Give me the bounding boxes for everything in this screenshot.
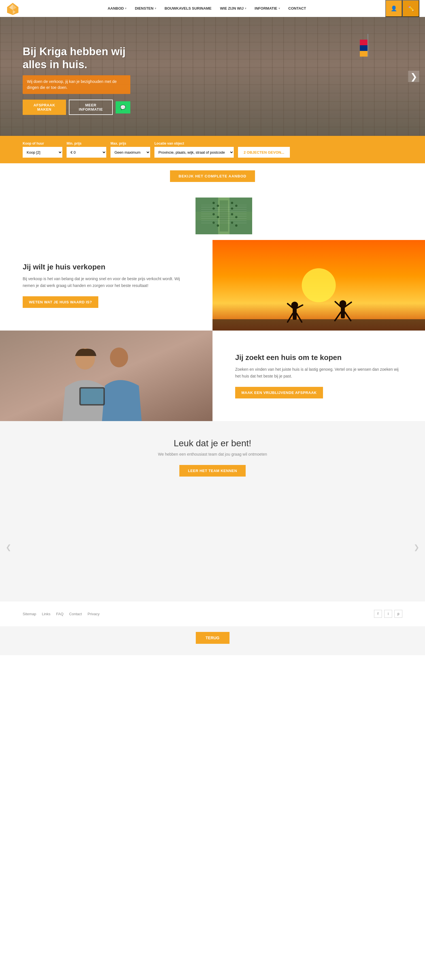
more-info-button[interactable]: MEER INFORMATIE	[69, 100, 113, 115]
chevron-down-icon: ▾	[155, 7, 156, 10]
search-type-select[interactable]: Koop [2]	[23, 147, 62, 158]
buy-text: Zoeken en vinden van het juiste huis is …	[235, 366, 402, 380]
nav-bouwkavels[interactable]: BOUWKAVELS SURINAME	[165, 6, 212, 11]
whatsapp-icon: 💬	[120, 105, 126, 110]
buy-text-col: Jij zoekt een huis om te kopen Zoeken en…	[212, 331, 425, 421]
hero-buttons: AFSPRAAK MAKEN MEER INFORMATIE 💬	[23, 100, 130, 115]
sell-text: Bij verkoop is het van belang dat je won…	[23, 276, 190, 289]
chevron-down-icon: ▾	[278, 7, 280, 10]
search-min-select[interactable]: € 0	[67, 147, 106, 158]
carousel-left-arrow[interactable]: ❮	[6, 543, 11, 551]
search-button[interactable]: 2 OBJECTEN GEVON...	[238, 147, 290, 158]
hero-flag	[360, 40, 368, 57]
footer-link-sitemap[interactable]: Sitemap	[23, 612, 36, 616]
hero-subtitle: Wij doen de verkoop, jij kan je bezighou…	[27, 79, 126, 91]
svg-rect-21	[235, 224, 237, 227]
nav-informatie[interactable]: INFORMATIE ▾	[255, 6, 280, 11]
svg-rect-17	[235, 216, 237, 218]
svg-rect-18	[212, 221, 215, 224]
user-icon: 👤	[391, 5, 397, 11]
flag-stripe-red	[360, 40, 368, 45]
svg-rect-24	[212, 319, 425, 331]
svg-rect-19	[217, 224, 219, 227]
svg-rect-16	[231, 213, 233, 215]
search-type-label: Koop of huur	[23, 142, 62, 145]
search-location-select[interactable]: Provincie, plaats, wijk, straat of postc…	[154, 147, 234, 158]
search-location-field: Locatie van object Provincie, plaats, wi…	[154, 142, 234, 158]
flag-pole	[367, 34, 368, 57]
aerial-image	[195, 197, 252, 234]
header: AANBOD ▾ DIENSTEN ▾ BOUWKAVELS SURINAME …	[0, 0, 425, 17]
team-subtext: We hebben een enthousiast team dat jou g…	[23, 452, 402, 457]
search-type-field: Koop of huur Koop [2]	[23, 142, 62, 158]
svg-point-23	[302, 268, 336, 302]
sell-image-col	[212, 240, 425, 331]
footer-link-links[interactable]: Links	[42, 612, 50, 616]
search-min-label: Min. prijs	[67, 142, 106, 145]
view-all-container: BEKIJK HET COMPLETE AANBOD	[0, 163, 425, 189]
user-button[interactable]: 👤	[385, 0, 402, 17]
nav-diensten[interactable]: DIENSTEN ▾	[135, 6, 156, 11]
flag-stripe-blue	[360, 45, 368, 51]
nav-aanbod[interactable]: AANBOD ▾	[108, 6, 126, 11]
svg-rect-41	[81, 388, 104, 404]
flag-stripe-orange	[360, 51, 368, 57]
hero-next-arrow[interactable]: ❯	[408, 71, 419, 82]
nav-wie-zijn-wij[interactable]: WIE ZIJN WIJ ▾	[220, 6, 246, 11]
social-instagram-icon[interactable]: i	[384, 610, 392, 618]
social-facebook-icon[interactable]: f	[374, 610, 382, 618]
search-bar: Koop of huur Koop [2] Min. prijs € 0 Max…	[0, 136, 425, 163]
main-nav: AANBOD ▾ DIENSTEN ▾ BOUWKAVELS SURINAME …	[28, 6, 385, 11]
logo[interactable]	[6, 2, 28, 16]
sell-section: Jij wilt je huis verkopen Bij verkoop is…	[0, 240, 425, 331]
search-max-label: Max. prijs	[110, 142, 150, 145]
edit-button[interactable]: ✏️	[402, 0, 419, 17]
buy-cta-button[interactable]: MAAK EEN VRIJBLIJVENDE AFSPRAAK	[235, 387, 323, 398]
hero-subtitle-box: Wij doen de verkoop, jij kan je bezighou…	[23, 75, 130, 94]
search-location-label: Locatie van object	[154, 142, 234, 145]
footer-social: f i p	[374, 610, 402, 618]
sell-text-col: Jij wilt je huis verkopen Bij verkoop is…	[0, 240, 212, 331]
hero-title: Bij Kriga hebben wij alles in huis.	[23, 45, 130, 71]
buy-image-col	[0, 331, 212, 421]
back-button[interactable]: TERUG	[196, 632, 230, 644]
hero-section: Bij Kriga hebben wij alles in huis. Wij …	[0, 17, 425, 136]
footer-link-privacy[interactable]: Privacy	[88, 612, 100, 616]
footer-link-contact[interactable]: Contact	[69, 612, 82, 616]
footer-link-faq[interactable]: FAQ	[56, 612, 64, 616]
svg-rect-26	[293, 309, 297, 320]
footer: Sitemap Links FAQ Contact Privacy f i p	[0, 601, 425, 626]
buy-section: Jij zoekt een huis om te kopen Zoeken en…	[0, 331, 425, 421]
search-min-field: Min. prijs € 0	[67, 142, 106, 158]
svg-rect-9	[217, 205, 219, 207]
appointment-button[interactable]: AFSPRAAK MAKEN	[23, 100, 66, 115]
social-pinterest-icon[interactable]: p	[395, 610, 402, 618]
aerial-section	[0, 189, 425, 240]
svg-rect-10	[212, 207, 215, 210]
logo-icon	[6, 2, 20, 16]
view-all-button[interactable]: BEKIJK HET COMPLETE AANBOD	[170, 170, 255, 182]
svg-rect-12	[235, 205, 237, 207]
team-heading: Leuk dat je er bent!	[23, 438, 402, 449]
svg-rect-13	[231, 207, 233, 210]
buy-heading: Jij zoekt een huis om te kopen	[235, 353, 402, 362]
search-max-select[interactable]: Geen maximum	[110, 147, 150, 158]
carousel-inner	[23, 505, 402, 584]
svg-rect-20	[231, 221, 233, 224]
team-section: Leuk dat je er bent! We hebben een entho…	[0, 421, 425, 493]
hero-content: Bij Kriga hebben wij alles in huis. Wij …	[23, 45, 130, 115]
footer-links: Sitemap Links FAQ Contact Privacy	[23, 612, 100, 616]
svg-rect-15	[217, 216, 219, 218]
chevron-down-icon: ▾	[245, 7, 246, 10]
back-section: TERUG	[0, 626, 425, 655]
couple-image	[0, 331, 212, 421]
svg-rect-14	[212, 213, 215, 215]
sell-cta-button[interactable]: WETEN WAT JE HUIS WAARD IS?	[23, 296, 98, 308]
whatsapp-button[interactable]: 💬	[116, 101, 130, 113]
carousel-right-arrow[interactable]: ❯	[414, 543, 419, 551]
nav-contact[interactable]: CONTACT	[288, 6, 306, 11]
sell-heading: Jij wilt je huis verkopen	[23, 262, 190, 271]
svg-rect-6	[195, 212, 252, 220]
aerial-svg	[195, 197, 252, 234]
team-button[interactable]: LEER HET TEAM KENNEN	[179, 465, 245, 477]
